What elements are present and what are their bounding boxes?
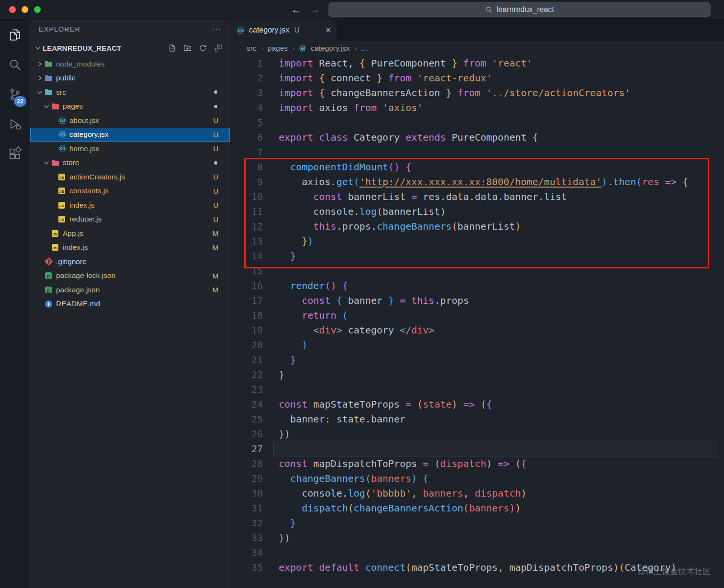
- line-number[interactable]: 3: [230, 86, 263, 100]
- line-number[interactable]: 34: [230, 545, 263, 560]
- breadcrumb-symbol[interactable]: …: [361, 44, 369, 53]
- line-number[interactable]: 32: [230, 516, 263, 531]
- tree-item-category.jsx[interactable]: category.jsxU: [30, 128, 230, 142]
- code-line-5[interactable]: 5: [230, 115, 724, 130]
- line-number[interactable]: 30: [230, 486, 263, 501]
- line-number[interactable]: 8: [230, 160, 263, 175]
- chevron-closed-icon[interactable]: [35, 74, 45, 82]
- line-number[interactable]: 7: [230, 145, 263, 160]
- tree-item-index.js[interactable]: JSindex.jsU: [30, 198, 230, 212]
- code-line-4[interactable]: 4import axios from 'axios': [230, 100, 724, 115]
- command-center-search[interactable]: learnredux_react: [328, 2, 711, 17]
- line-number[interactable]: 18: [230, 308, 263, 323]
- line-number[interactable]: 16: [230, 278, 263, 293]
- code-line-15[interactable]: 15: [230, 264, 724, 278]
- code-line-32[interactable]: 32 }: [230, 516, 724, 531]
- line-number[interactable]: 17: [230, 293, 263, 308]
- code-line-21[interactable]: 21 }: [230, 353, 724, 367]
- close-window-button[interactable]: [9, 6, 16, 13]
- new-file-icon[interactable]: [168, 44, 176, 52]
- code-line-9[interactable]: 9 axios.get('http://xxx.xxx.xx.xx:8000/h…: [230, 175, 724, 189]
- tree-item-about.jsx[interactable]: about.jsxU: [30, 113, 230, 128]
- project-root-row[interactable]: LEARNREDUX_REACT: [30, 39, 230, 57]
- tree-item-actionCreators.js[interactable]: JSactionCreators.jsU: [30, 170, 230, 184]
- breadcrumb-pages[interactable]: pages: [268, 44, 288, 53]
- line-number[interactable]: 25: [230, 412, 263, 427]
- line-number[interactable]: 13: [230, 234, 263, 249]
- chevron-open-icon[interactable]: [35, 89, 45, 96]
- line-number[interactable]: 6: [230, 130, 263, 145]
- breadcrumb-src[interactable]: src: [247, 44, 257, 53]
- code-line-10[interactable]: 10 const bannerList = res.data.data.bann…: [230, 189, 724, 204]
- explorer-more-actions-button[interactable]: ···: [212, 24, 221, 34]
- line-number[interactable]: 26: [230, 427, 263, 442]
- line-number[interactable]: 9: [230, 175, 263, 189]
- line-number[interactable]: 29: [230, 471, 263, 486]
- code-line-19[interactable]: 19 <div> category </div>: [230, 323, 724, 338]
- activity-explorer[interactable]: [3, 24, 26, 47]
- code-line-20[interactable]: 20 ): [230, 338, 724, 353]
- tab-category-jsx[interactable]: category.jsx U ×: [230, 20, 337, 41]
- code-line-25[interactable]: 25 banner: state.banner: [230, 412, 724, 427]
- line-number[interactable]: 12: [230, 219, 263, 234]
- code-line-26[interactable]: 26}): [230, 427, 724, 442]
- code-line-30[interactable]: 30 console.log('bbbbb', banners, dispatc…: [230, 486, 724, 501]
- code-line-6[interactable]: 6export class Category extends PureCompo…: [230, 130, 724, 145]
- line-number[interactable]: 22: [230, 367, 263, 382]
- tree-item-package-lock.json[interactable]: {}package-lock.jsonM: [30, 269, 230, 283]
- tree-item-pages[interactable]: pages: [30, 100, 230, 114]
- chevron-open-icon[interactable]: [42, 159, 51, 166]
- line-number[interactable]: 35: [230, 560, 263, 575]
- activity-search[interactable]: [3, 54, 26, 77]
- code-line-33[interactable]: 33}): [230, 531, 724, 545]
- activity-run-debug[interactable]: [3, 113, 26, 136]
- code-line-22[interactable]: 22}: [230, 367, 724, 382]
- code-line-29[interactable]: 29 changeBanners(banners) {: [230, 471, 724, 486]
- tree-item-public[interactable]: public: [30, 71, 230, 86]
- line-number[interactable]: 24: [230, 397, 263, 412]
- collapse-all-icon[interactable]: [214, 44, 222, 52]
- line-number[interactable]: 2: [230, 71, 263, 86]
- tree-item-home.jsx[interactable]: home.jsxU: [30, 142, 230, 156]
- line-number[interactable]: 28: [230, 456, 263, 471]
- code-line-16[interactable]: 16 render() {: [230, 278, 724, 293]
- refresh-icon[interactable]: [199, 44, 207, 52]
- code-line-27[interactable]: 27: [230, 442, 724, 456]
- code-line-1[interactable]: 1import React, { PureComponent } from 'r…: [230, 56, 724, 71]
- code-line-12[interactable]: 12 this.props.changeBanners(bannerList): [230, 219, 724, 234]
- code-line-3[interactable]: 3import { changeBannersAction } from '..…: [230, 86, 724, 100]
- code-line-2[interactable]: 2import { connect } from 'react-redux': [230, 71, 724, 86]
- back-button[interactable]: ←: [291, 4, 301, 15]
- activity-source-control[interactable]: 22: [3, 84, 26, 107]
- tree-item-store[interactable]: store: [30, 156, 230, 170]
- code-line-8[interactable]: 8 componentDidMount() {: [230, 160, 724, 175]
- line-number[interactable]: 27: [230, 442, 263, 456]
- line-number[interactable]: 14: [230, 249, 263, 264]
- code-line-11[interactable]: 11 console.log(bannerList): [230, 204, 724, 219]
- code-line-17[interactable]: 17 const { banner } = this.props: [230, 293, 724, 308]
- code-line-31[interactable]: 31 dispatch(changeBannersAction(banners)…: [230, 501, 724, 516]
- chevron-closed-icon[interactable]: [35, 60, 45, 68]
- code-line-18[interactable]: 18 return (: [230, 308, 724, 323]
- tree-item-App.js[interactable]: JSApp.jsM: [30, 226, 230, 241]
- code-line-28[interactable]: 28const mapDispatchToProps = (dispatch) …: [230, 456, 724, 471]
- new-folder-icon[interactable]: [183, 44, 192, 52]
- line-number[interactable]: 21: [230, 353, 263, 367]
- code-line-34[interactable]: 34: [230, 545, 724, 560]
- code-line-13[interactable]: 13 }): [230, 234, 724, 249]
- line-number[interactable]: 19: [230, 323, 263, 338]
- tree-item-index.js[interactable]: JSindex.jsM: [30, 241, 230, 255]
- tab-close-icon[interactable]: ×: [326, 25, 331, 35]
- tree-item-src[interactable]: src: [30, 85, 230, 100]
- tree-item-node_modules[interactable]: node_modules: [30, 57, 230, 71]
- breadcrumb-file[interactable]: category.jsx: [311, 44, 350, 53]
- line-number[interactable]: 15: [230, 264, 263, 278]
- line-number[interactable]: 5: [230, 115, 263, 130]
- line-number[interactable]: 1: [230, 56, 263, 71]
- code-line-23[interactable]: 23: [230, 382, 724, 397]
- tree-item-README.md[interactable]: iREADME.md: [30, 297, 230, 311]
- line-number[interactable]: 10: [230, 189, 263, 204]
- line-number[interactable]: 11: [230, 204, 263, 219]
- minimize-window-button[interactable]: [22, 6, 28, 13]
- line-number[interactable]: 33: [230, 531, 263, 545]
